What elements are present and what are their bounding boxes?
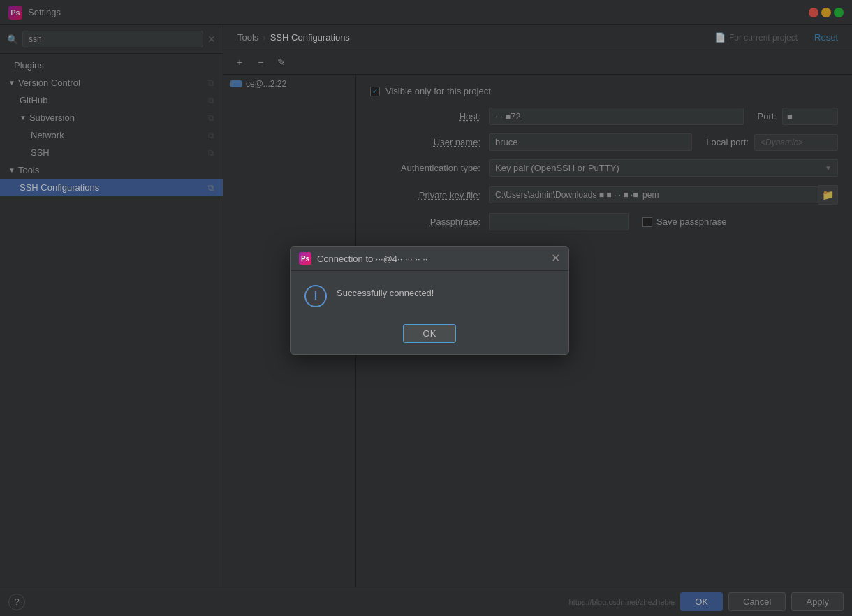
dialog-titlebar: Ps Connection to ···@4·· ··· ·· ·· ✕: [291, 247, 568, 271]
dialog-titlebar-left: Ps Connection to ···@4·· ··· ·· ··: [299, 252, 427, 265]
info-icon: i: [304, 285, 327, 307]
overlay: Ps Connection to ···@4·· ··· ·· ·· ✕ i S…: [0, 0, 852, 616]
dialog-close-button[interactable]: ✕: [551, 253, 560, 264]
dialog-ok-button[interactable]: OK: [403, 324, 457, 343]
dialog-footer: OK: [291, 318, 568, 354]
dialog-message: Successfully connected!: [337, 285, 434, 298]
dialog-title: Connection to ···@4·· ··· ·· ··: [317, 254, 427, 264]
connection-dialog: Ps Connection to ···@4·· ··· ·· ·· ✕ i S…: [290, 246, 569, 355]
dialog-body: i Successfully connected!: [291, 271, 568, 318]
dialog-app-icon: Ps: [299, 252, 311, 265]
